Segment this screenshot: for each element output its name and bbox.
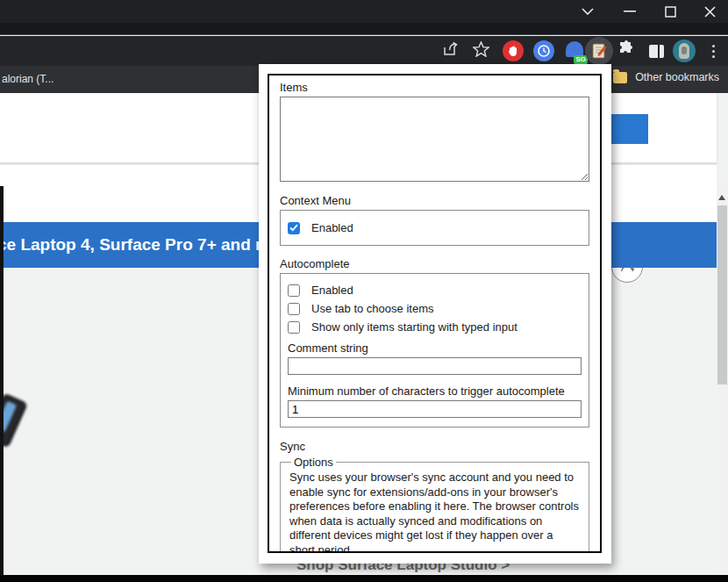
min-chars-input[interactable] [288,400,582,418]
items-textarea[interactable] [280,97,589,182]
extension-active-notes-button[interactable] [584,36,614,66]
minimize-button[interactable] [615,0,645,23]
extension-hand-blocker-button[interactable] [503,36,524,66]
hand-blocker-icon [503,40,524,61]
bookmark-page-button[interactable] [470,36,491,66]
autocomplete-enabled-label: Enabled [311,284,353,297]
browser-window: SG alorian (T... Other bookmarks [0,0,728,582]
sync-description: Sync uses your browser's sync account an… [289,471,580,553]
context-enabled-checkbox[interactable] [288,222,300,234]
browser-menu-button[interactable] [703,36,723,66]
show-only-row[interactable]: Show only items starting with typed inpu… [288,318,582,336]
product-image-corner [0,392,28,448]
context-enabled-label: Enabled [311,221,353,234]
min-chars-label: Minimum number of characters to trigger … [288,384,582,398]
minimize-icon [624,11,636,12]
autocomplete-enabled-checkbox[interactable] [288,284,300,297]
chevron-down-icon [582,8,594,15]
use-tab-checkbox[interactable] [288,303,300,315]
page-search-button[interactable] [610,114,648,144]
sync-options-legend: Options [291,456,336,469]
sync-options-fieldset: Options Sync uses your browser's sync ac… [280,456,589,553]
window-left-edge [0,186,4,582]
bookmark-item[interactable]: alorian (T... [2,73,54,85]
maximize-button[interactable] [655,0,685,23]
bottom-black-bar [0,575,728,582]
sg-extension-icon: SG [563,40,586,62]
extension-popup: Items Context Menu Enabled Autocomplete … [259,64,611,564]
other-bookmarks-label: Other bookmarks [635,71,719,83]
context-menu-groupbox: Enabled [280,210,589,246]
puzzle-icon [617,40,635,61]
comment-string-input[interactable] [288,357,582,375]
tab-strip [0,23,728,35]
show-only-label: Show only items starting with typed inpu… [311,320,517,334]
maximize-icon [665,6,676,18]
autocomplete-groupbox: Enabled Use tab to choose items Show onl… [280,273,589,428]
share-icon [443,41,460,61]
use-tab-row[interactable]: Use tab to choose items [288,299,582,318]
comment-string-label: Comment string [288,341,582,355]
use-tab-label: Use tab to choose items [311,302,433,315]
close-x-icon [704,6,716,18]
extension-clock-button[interactable] [533,36,554,66]
autocomplete-enabled-row[interactable]: Enabled [288,281,582,299]
tab-search-button[interactable] [573,0,603,23]
context-enabled-row[interactable]: Enabled [288,219,582,237]
sync-label: Sync [280,440,589,453]
scrollbar-thumb[interactable] [717,205,727,384]
clock-icon [533,40,554,61]
share-button[interactable] [440,36,461,66]
extensions-menu-button[interactable] [616,36,637,66]
extension-options-form: Items Context Menu Enabled Autocomplete … [268,74,602,553]
scrollbar-up-arrow[interactable] [718,195,725,200]
autocomplete-label: Autocomplete [280,257,589,270]
side-panel-button[interactable] [646,36,667,66]
browser-toolbar: SG [0,36,728,66]
items-label: Items [280,81,589,94]
show-only-checkbox[interactable] [288,321,300,334]
profile-avatar [673,40,696,62]
extension-sg-button[interactable]: SG [563,36,586,66]
side-panel-icon [649,45,664,58]
close-button[interactable] [695,0,724,23]
context-menu-label: Context Menu [280,194,589,207]
profile-button[interactable] [672,36,696,66]
title-bar [0,0,728,23]
star-icon [473,41,489,61]
other-bookmarks-button[interactable]: Other bookmarks [613,71,719,83]
folder-icon [613,72,627,83]
kebab-menu-icon [712,45,715,58]
notes-edit-icon [585,37,613,65]
page-scrollbar[interactable] [717,186,728,582]
